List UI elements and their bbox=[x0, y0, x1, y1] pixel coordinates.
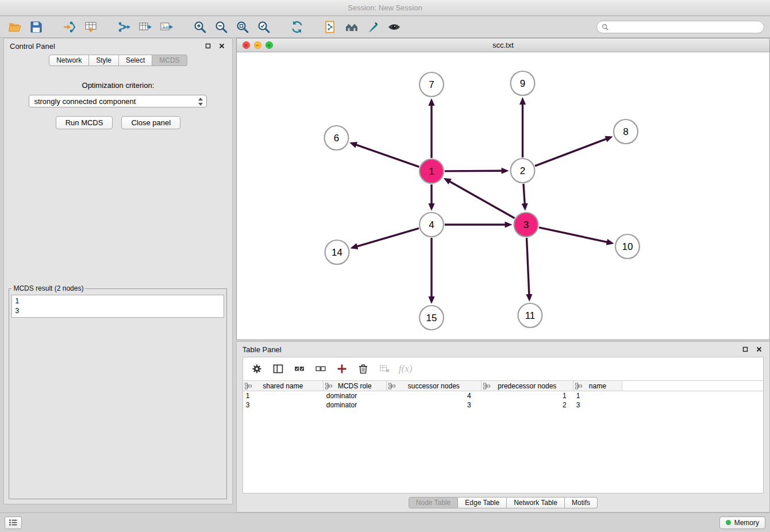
apply-function-button[interactable]: f(x) bbox=[399, 363, 413, 375]
table-tab-network-table[interactable]: Network Table bbox=[507, 497, 565, 508]
close-icon bbox=[244, 43, 248, 48]
delete-table-button[interactable] bbox=[378, 362, 391, 376]
close-panel-x-button[interactable] bbox=[217, 41, 226, 51]
tab-select[interactable]: Select bbox=[119, 55, 152, 66]
mcds-panel: Optimization criterion: strongly connect… bbox=[4, 73, 232, 504]
graph-edge-3-1[interactable] bbox=[448, 180, 514, 218]
tab-style[interactable]: Style bbox=[89, 55, 119, 66]
network-canvas[interactable]: 1234678910111415 bbox=[237, 52, 769, 340]
gear-icon bbox=[251, 363, 263, 375]
graph-edge-3-11[interactable] bbox=[526, 238, 529, 296]
zoom-selected-button[interactable] bbox=[255, 18, 273, 36]
table-cell: 1 bbox=[482, 392, 573, 400]
zoom-fit-button[interactable] bbox=[233, 18, 252, 36]
tab-mcds[interactable]: MCDS bbox=[152, 55, 187, 66]
graph-edge-3-10[interactable] bbox=[539, 228, 609, 242]
graph-node-label: 8 bbox=[623, 126, 628, 137]
select-all-columns-button[interactable] bbox=[292, 362, 306, 376]
table-toolbar: f(x) bbox=[243, 357, 763, 380]
close-panel-button[interactable]: Close panel bbox=[121, 116, 180, 129]
graph-edge-2-8[interactable] bbox=[535, 138, 608, 166]
title-bar: Session: New Session bbox=[0, 0, 770, 16]
graph-edge-1-6[interactable] bbox=[354, 144, 419, 167]
network-graph: 1234678910111415 bbox=[237, 52, 769, 340]
panel-menu-button[interactable] bbox=[5, 516, 22, 529]
search-box[interactable] bbox=[596, 21, 764, 33]
edge-arrowhead-icon bbox=[605, 136, 613, 142]
column-settings-button[interactable] bbox=[250, 362, 264, 376]
table-header-row: shared nameMCDS rolesuccessor nodesprede… bbox=[243, 380, 763, 391]
add-column-button[interactable] bbox=[335, 362, 349, 376]
refresh-view-button[interactable] bbox=[288, 18, 306, 36]
close-icon bbox=[219, 43, 225, 49]
graph-node-label: 6 bbox=[334, 133, 339, 144]
import-network-icon bbox=[63, 20, 76, 34]
table-tab-node-table[interactable]: Node Table bbox=[409, 497, 459, 508]
import-table-button[interactable] bbox=[82, 18, 100, 36]
table-row[interactable]: 1dominator411 bbox=[243, 391, 763, 400]
memory-button[interactable]: Memory bbox=[719, 516, 765, 529]
search-input[interactable] bbox=[611, 23, 759, 31]
minimize-window-button[interactable] bbox=[254, 41, 261, 49]
graph-edge-1-2[interactable] bbox=[445, 171, 504, 171]
float-table-panel-button[interactable] bbox=[741, 345, 750, 354]
column-header-successor-nodes[interactable]: successor nodes bbox=[387, 381, 482, 391]
table-cell: 1 bbox=[243, 392, 324, 400]
open-session-button[interactable] bbox=[6, 18, 24, 36]
control-panel: Control Panel NetworkStyleSelectMCDS Opt… bbox=[3, 38, 233, 504]
content-area: Control Panel NetworkStyleSelectMCDS Opt… bbox=[0, 38, 770, 512]
deselect-all-columns-button[interactable] bbox=[314, 362, 328, 376]
column-header-icon bbox=[575, 383, 582, 390]
memory-label: Memory bbox=[734, 519, 759, 527]
control-panel-tabs: NetworkStyleSelectMCDS bbox=[4, 53, 232, 73]
minimize-icon bbox=[255, 43, 260, 48]
mcds-result-list[interactable]: 13 bbox=[11, 295, 224, 318]
edge-arrowhead-icon bbox=[505, 221, 512, 228]
dropdown-selected-value: strongly connected component bbox=[34, 97, 136, 106]
column-header-name[interactable]: name bbox=[573, 381, 622, 391]
toggle-panel-button[interactable] bbox=[271, 362, 285, 376]
show-hide-button[interactable] bbox=[385, 18, 403, 36]
column-header-icon bbox=[388, 383, 395, 390]
tab-network[interactable]: Network bbox=[49, 55, 89, 66]
network-overview-button[interactable] bbox=[342, 18, 361, 36]
column-header-shared-name[interactable]: shared name bbox=[243, 381, 324, 391]
zoom-out-icon bbox=[214, 20, 228, 34]
edge-arrowhead-icon bbox=[428, 203, 434, 211]
delete-columns-button[interactable] bbox=[356, 362, 370, 376]
graph-node-label: 3 bbox=[523, 219, 529, 230]
style-paint-button[interactable] bbox=[364, 18, 382, 36]
graph-edge-2-3[interactable] bbox=[523, 184, 525, 206]
zoom-out-button[interactable] bbox=[212, 18, 230, 36]
first-neighbors-button[interactable] bbox=[321, 18, 340, 36]
unchecked-boxes-icon bbox=[315, 363, 326, 375]
right-column: scc.txt 1234678910111415 Table Panel bbox=[236, 38, 770, 512]
export-network-button[interactable] bbox=[115, 18, 133, 36]
export-image-button[interactable] bbox=[157, 18, 176, 36]
main-toolbar bbox=[0, 16, 770, 38]
export-table-button[interactable] bbox=[136, 18, 155, 36]
optimization-dropdown[interactable]: strongly connected component bbox=[29, 95, 207, 107]
table-row[interactable]: 3dominator323 bbox=[243, 400, 763, 410]
close-table-panel-button[interactable] bbox=[754, 345, 764, 354]
edge-arrowhead-icon bbox=[606, 239, 614, 245]
column-header-predecessor-nodes[interactable]: predecessor nodes bbox=[482, 381, 573, 391]
zoom-in-button[interactable] bbox=[191, 18, 209, 36]
graph-node-label: 1 bbox=[429, 166, 434, 177]
column-header-icon bbox=[245, 383, 252, 390]
save-session-button[interactable] bbox=[27, 18, 45, 36]
float-panel-button[interactable] bbox=[203, 41, 213, 51]
column-header-mcds-role[interactable]: MCDS role bbox=[324, 381, 387, 391]
close-window-button[interactable] bbox=[242, 41, 250, 49]
import-network-button[interactable] bbox=[60, 18, 79, 36]
zoom-window-button[interactable] bbox=[265, 41, 273, 49]
table-tab-motifs[interactable]: Motifs bbox=[565, 497, 598, 508]
table-cell: 3 bbox=[387, 401, 482, 409]
refresh-icon bbox=[290, 20, 304, 34]
table-panel: Table Panel bbox=[236, 341, 770, 512]
graph-edge-4-14[interactable] bbox=[355, 228, 419, 246]
run-mcds-button[interactable]: Run MCDS bbox=[56, 116, 113, 129]
table-tab-edge-table[interactable]: Edge Table bbox=[458, 497, 507, 508]
memory-status-dot bbox=[726, 520, 731, 525]
control-panel-title: Control Panel bbox=[10, 42, 55, 51]
